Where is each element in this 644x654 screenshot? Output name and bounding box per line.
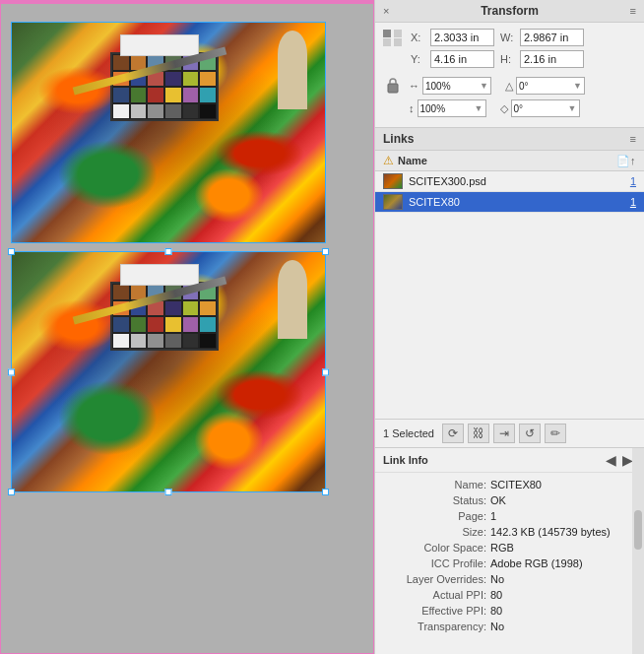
- info-label: Color Space:: [383, 542, 486, 554]
- scale-w-icon: ↔: [409, 80, 419, 92]
- links-col-icon: 📄↑: [616, 155, 636, 167]
- links-spacer: [375, 213, 644, 419]
- links-panel: Links ≡ ⚠ Name 📄↑ SCITEX300.psd 1 SCITEX…: [375, 128, 644, 654]
- white-label-top: [120, 34, 199, 56]
- info-value: OK: [490, 494, 636, 506]
- scale-h-value: 100%: [420, 103, 446, 114]
- handle-ml[interactable]: [8, 368, 15, 375]
- info-value: 1: [490, 510, 636, 522]
- x-label: X:: [411, 32, 424, 43]
- w-label: W:: [500, 32, 514, 43]
- handle-tr[interactable]: [322, 248, 329, 255]
- update-button[interactable]: ↺: [519, 424, 541, 443]
- scrollbar-track[interactable]: [632, 448, 644, 654]
- mannequin-bottom: [278, 260, 307, 339]
- link-button[interactable]: ⛓: [468, 424, 489, 443]
- transform-xy-row: X: W:: [375, 27, 644, 48]
- unlink-button[interactable]: ⇥: [493, 424, 515, 443]
- info-row: Size: 142.3 KB (145739 bytes): [375, 524, 644, 540]
- edit-button[interactable]: ✏: [545, 424, 566, 443]
- relink-button[interactable]: ⟳: [442, 424, 464, 443]
- info-row: Name: SCITEX80: [375, 477, 644, 492]
- links-menu-icon[interactable]: ≡: [630, 133, 636, 145]
- rotate2-icon: ◇: [500, 102, 508, 115]
- link-info-nav: ◀ ▶: [603, 452, 636, 468]
- icon-sq3: [383, 38, 391, 46]
- info-value: 142.3 KB (145739 bytes): [490, 526, 636, 538]
- info-label: Layer Overrides:: [383, 573, 486, 585]
- scrollbar-thumb[interactable]: [634, 510, 642, 550]
- w-input[interactable]: [520, 29, 584, 46]
- rotate1-arrow: ▼: [573, 81, 582, 91]
- link-row-0[interactable]: SCITEX300.psd 1: [375, 171, 644, 192]
- scale-w-arrow: ▼: [480, 81, 488, 91]
- white-label-bottom: [120, 264, 199, 286]
- handle-bl[interactable]: [8, 489, 15, 495]
- svg-rect-0: [388, 84, 398, 93]
- link-info-prev[interactable]: ◀: [603, 452, 619, 468]
- y-label: Y:: [411, 53, 424, 65]
- link-name-0: SCITEX300.psd: [409, 175, 618, 187]
- link-icon: ⛓: [473, 426, 484, 440]
- info-value: No: [490, 573, 636, 585]
- rotate2-select[interactable]: 0° ▼: [511, 99, 580, 117]
- panel-area: × Transform ≡ X: W: Y: H:: [374, 0, 644, 654]
- link-info-header: Link Info ◀ ▶: [375, 448, 644, 473]
- link-thumb-0: [383, 173, 403, 189]
- handle-tc[interactable]: [165, 248, 172, 255]
- info-row: Status: OK: [375, 492, 644, 508]
- info-row: Transparency: No: [375, 619, 644, 634]
- info-row: Page: 1: [375, 508, 644, 524]
- transform-close-button[interactable]: ×: [383, 5, 389, 17]
- edit-icon: ✏: [550, 426, 560, 440]
- info-label: Status:: [383, 494, 486, 506]
- lock-icon[interactable]: [383, 76, 403, 96]
- link-number-0[interactable]: 1: [624, 175, 636, 187]
- handle-br[interactable]: [322, 489, 329, 495]
- transform-menu-icon[interactable]: ≡: [630, 5, 636, 17]
- handle-tl[interactable]: [8, 248, 15, 255]
- info-row: Color Space: RGB: [375, 540, 644, 556]
- link-info-title: Link Info: [383, 454, 428, 466]
- image-frame-top[interactable]: [11, 22, 326, 243]
- info-value: 80: [490, 589, 636, 601]
- scale-w-select[interactable]: 100% ▼: [422, 77, 491, 95]
- links-title: Links: [383, 132, 414, 146]
- pink-border: [1, 2, 373, 4]
- canvas-area: [0, 0, 374, 654]
- info-label: Name:: [383, 479, 486, 490]
- link-row-1[interactable]: SCITEX80 1: [375, 192, 644, 213]
- icon-sq1: [383, 30, 391, 37]
- scale-h-group: ↕ 100% ▼: [409, 99, 486, 117]
- scale-w-value: 100%: [425, 81, 451, 92]
- update-icon: ↺: [525, 426, 535, 440]
- warning-icon: ⚠: [383, 154, 394, 167]
- info-row: Layer Overrides: No: [375, 571, 644, 587]
- link-info-table: Name: SCITEX80 Status: OK Page: 1 Size: …: [375, 473, 644, 638]
- scale-h-arrow: ▼: [475, 103, 483, 113]
- scale-h-select[interactable]: 100% ▼: [418, 99, 486, 117]
- y-input[interactable]: [430, 50, 494, 68]
- rotate1-value: 0°: [519, 81, 529, 92]
- info-label: ICC Profile:: [383, 557, 486, 569]
- transform-panel-header: × Transform ≡: [375, 0, 644, 23]
- handle-mr[interactable]: [322, 368, 329, 375]
- mannequin-top: [278, 31, 307, 109]
- rotate1-icon: △: [505, 80, 513, 93]
- info-label: Page:: [383, 510, 486, 522]
- info-value: Adobe RGB (1998): [490, 557, 636, 569]
- food-image-top: [12, 23, 325, 242]
- x-input[interactable]: [430, 29, 494, 46]
- selected-count: 1 Selected: [383, 427, 434, 439]
- info-label: Actual PPI:: [383, 589, 486, 601]
- food-image-bottom: [12, 252, 325, 491]
- transform-yh-row: Y: H:: [375, 48, 644, 70]
- rotate1-select[interactable]: 0° ▼: [516, 77, 585, 95]
- handle-bc[interactable]: [165, 489, 172, 495]
- link-number-1[interactable]: 1: [624, 196, 636, 208]
- info-row: Effective PPI: 80: [375, 603, 644, 619]
- image-frame-bottom[interactable]: [11, 251, 326, 492]
- info-value: 80: [490, 605, 636, 617]
- h-input[interactable]: [520, 50, 584, 68]
- info-value: SCITEX80: [490, 479, 636, 490]
